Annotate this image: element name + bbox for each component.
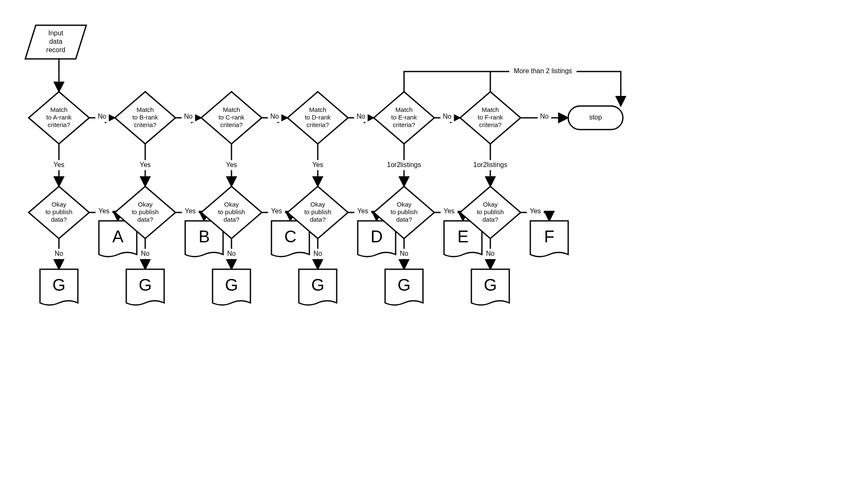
svg-text:C: C <box>285 227 297 246</box>
match-c-decision: Matchto C-rankcriteria? <box>201 92 262 144</box>
doc-g-5: G <box>471 269 509 305</box>
svg-text:G: G <box>225 276 238 294</box>
svg-text:Yes: Yes <box>140 161 151 168</box>
svg-text:G: G <box>138 276 152 294</box>
svg-text:No: No <box>314 250 322 257</box>
svg-text:to publish: to publish <box>45 208 72 215</box>
svg-text:Yes: Yes <box>312 161 323 168</box>
svg-text:data?: data? <box>310 216 326 223</box>
svg-text:Match: Match <box>51 106 68 113</box>
svg-text:to publish: to publish <box>391 208 418 215</box>
svg-text:record: record <box>46 46 65 53</box>
svg-text:Yes: Yes <box>444 207 455 215</box>
svg-text:G: G <box>311 276 324 294</box>
svg-text:to publish: to publish <box>132 208 159 215</box>
svg-text:No: No <box>98 113 106 120</box>
svg-text:stop: stop <box>589 114 602 121</box>
svg-text:to E-rank: to E-rank <box>391 114 417 121</box>
svg-text:No: No <box>400 250 409 257</box>
svg-text:No: No <box>184 113 193 120</box>
svg-text:No: No <box>540 113 549 120</box>
svg-text:No: No <box>270 113 279 120</box>
doc-g-4: G <box>385 269 423 305</box>
doc-g-0: G <box>40 269 78 305</box>
svg-text:criteria?: criteria? <box>479 121 501 128</box>
svg-text:criteria?: criteria? <box>48 121 70 128</box>
doc-g-3: G <box>299 269 337 305</box>
doc-g-2: G <box>213 269 250 305</box>
svg-text:No: No <box>141 250 150 257</box>
svg-text:Match: Match <box>137 106 154 113</box>
svg-text:Yes: Yes <box>185 207 196 215</box>
svg-text:No: No <box>356 113 365 120</box>
svg-text:data?: data? <box>51 216 67 223</box>
svg-text:Yes: Yes <box>530 207 541 215</box>
svg-text:Yes: Yes <box>53 161 64 168</box>
svg-text:G: G <box>52 276 65 294</box>
svg-text:Yes: Yes <box>357 207 368 215</box>
svg-text:data?: data? <box>482 216 498 223</box>
svg-text:Match: Match <box>223 106 240 113</box>
svg-text:criteria?: criteria? <box>134 121 156 128</box>
match-e-decision: Matchto E-rankcriteria? <box>374 92 434 144</box>
svg-text:Match: Match <box>482 106 499 113</box>
svg-text:F: F <box>544 227 554 246</box>
svg-text:to B-rank: to B-rank <box>133 114 158 121</box>
svg-text:Input: Input <box>48 29 64 37</box>
svg-text:Yes: Yes <box>98 207 109 215</box>
svg-text:1or2listings: 1or2listings <box>473 161 508 168</box>
svg-text:Match: Match <box>396 106 413 113</box>
svg-text:D: D <box>371 227 383 246</box>
svg-text:criteria?: criteria? <box>393 121 415 128</box>
svg-text:No: No <box>55 250 64 257</box>
svg-text:data?: data? <box>137 216 153 223</box>
svg-text:to C-rank: to C-rank <box>218 114 245 121</box>
svg-text:data?: data? <box>396 216 412 223</box>
match-f-decision: Matchto F-rankcriteria? <box>460 92 521 144</box>
svg-text:G: G <box>484 276 497 294</box>
match-a-decision: Matchto A-rankcriteria? <box>29 92 89 144</box>
svg-text:No: No <box>486 250 495 257</box>
svg-text:criteria?: criteria? <box>220 121 242 128</box>
svg-text:No: No <box>443 113 452 120</box>
svg-text:A: A <box>112 227 124 246</box>
svg-text:to publish: to publish <box>304 208 331 215</box>
svg-text:Yes: Yes <box>226 161 237 168</box>
svg-text:to A-rank: to A-rank <box>46 114 72 121</box>
svg-text:to publish: to publish <box>218 208 245 215</box>
svg-text:Yes: Yes <box>271 207 282 215</box>
svg-text:Okay: Okay <box>51 201 66 208</box>
svg-text:data?: data? <box>223 216 239 223</box>
svg-text:data: data <box>49 38 62 45</box>
svg-text:criteria?: criteria? <box>306 121 329 128</box>
svg-text:Okay: Okay <box>483 201 498 208</box>
doc-f: F <box>530 221 568 257</box>
svg-text:to F-rank: to F-rank <box>478 114 503 121</box>
svg-text:Okay: Okay <box>310 201 325 208</box>
svg-text:Okay: Okay <box>224 201 239 208</box>
svg-text:Okay: Okay <box>138 201 153 208</box>
publish-a-decision: Okayto publishdata? <box>29 186 89 239</box>
svg-text:No: No <box>227 250 236 257</box>
svg-text:1or2listings: 1or2listings <box>387 161 421 168</box>
svg-text:B: B <box>199 227 210 246</box>
match-d-decision: Matchto D-rankcriteria? <box>287 92 348 144</box>
svg-text:G: G <box>397 276 410 294</box>
flowchart: InputdatarecordMore than 2 listingsstopM… <box>0 0 867 504</box>
svg-text:to D-rank: to D-rank <box>305 114 331 121</box>
input-data-record: Inputdatarecord <box>25 25 86 59</box>
svg-text:Okay: Okay <box>396 201 412 208</box>
svg-text:to publish: to publish <box>477 208 504 215</box>
svg-text:More than 2 listings: More than 2 listings <box>514 67 572 74</box>
stop-terminator: stop <box>568 106 623 130</box>
doc-g-1: G <box>126 269 164 305</box>
svg-text:Match: Match <box>309 106 327 113</box>
svg-text:E: E <box>457 227 469 246</box>
match-b-decision: Matchto B-rankcriteria? <box>115 92 176 144</box>
